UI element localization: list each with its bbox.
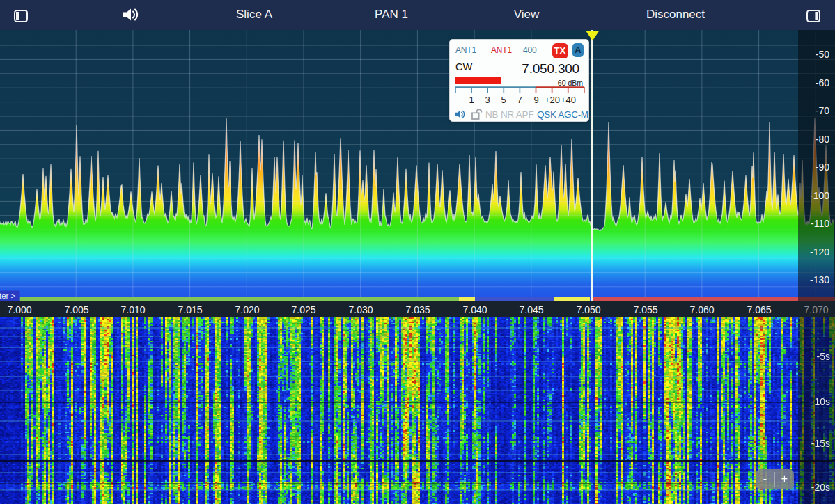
svg-text:ter >: ter > (0, 292, 16, 300)
